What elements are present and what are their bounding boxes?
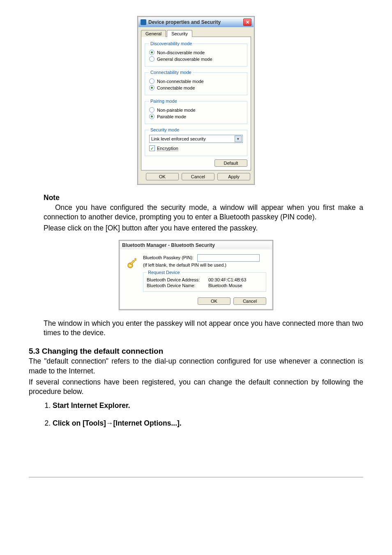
select-value: Link level enforced security <box>151 136 206 141</box>
svg-point-1 <box>129 265 131 266</box>
radio-icon <box>149 107 154 113</box>
ok-button[interactable]: OK <box>146 173 179 180</box>
tab-general[interactable]: General <box>141 30 166 37</box>
chevron-down-icon[interactable]: ▾ <box>235 136 242 142</box>
name-label: Bluetooth Device Name: <box>147 283 208 288</box>
opt-pairable[interactable]: Pairable mode <box>149 114 243 119</box>
default-button[interactable]: Default <box>214 159 247 167</box>
radio-icon <box>149 78 154 84</box>
encryption-label: Encryption <box>157 146 178 151</box>
section-5-3-p1: The "default connection" refers to the d… <box>29 357 363 375</box>
opt-label: Non-discoverable mode <box>157 50 205 55</box>
dialog-titlebar: Device properties and Security ✕ <box>138 17 254 27</box>
opt-label: General discoverable mode <box>157 57 212 62</box>
close-icon[interactable]: ✕ <box>243 18 251 26</box>
radio-icon <box>149 85 154 90</box>
passkey-row: Bluetooth Passkey (PIN): <box>143 254 266 262</box>
after-dialog2-text: The window in which you enter the passke… <box>29 319 363 338</box>
dialog-buttons: OK Cancel Apply <box>138 173 254 184</box>
section-5-3-heading: 5.3 Changing the default connection <box>29 347 363 356</box>
dialog2-body: Bluetooth Passkey (PIN): (If left blank,… <box>120 249 272 309</box>
connectability-fieldset: Connectability mode Non-connectable mode… <box>145 70 247 95</box>
opt-connectable[interactable]: Connectable mode <box>149 85 243 90</box>
opt-non-pairable[interactable]: Non-pairable mode <box>149 107 243 113</box>
radio-icon <box>149 114 154 119</box>
note-p1: Once you have configured the security mo… <box>29 203 363 222</box>
app-icon <box>141 19 146 25</box>
pairing-fieldset: Pairing mode Non-pairable mode Pairable … <box>145 99 247 124</box>
cancel-button[interactable]: Cancel <box>182 173 214 180</box>
opt-label: Non-pairable mode <box>157 108 196 113</box>
name-value: Bluetooth Mouse <box>208 283 242 288</box>
opt-label: Connectable mode <box>157 85 195 90</box>
opt-non-discoverable[interactable]: Non-discoverable mode <box>149 50 243 55</box>
discoverability-fieldset: Discoverability mode Non-discoverable mo… <box>145 41 247 67</box>
svg-rect-3 <box>135 258 136 260</box>
step-1: Start Internet Explorer. <box>53 401 363 410</box>
passkey-input[interactable] <box>197 254 260 262</box>
note-heading: Note <box>29 193 363 202</box>
ok-button[interactable]: OK <box>198 297 231 305</box>
opt-non-connectable[interactable]: Non-connectable mode <box>149 78 243 84</box>
opt-label: Pairable mode <box>157 114 186 119</box>
passkey-label: Bluetooth Passkey (PIN): <box>143 255 194 260</box>
steps-list: Start Internet Explorer. Click on [Tools… <box>44 401 363 428</box>
default-row: Default <box>145 159 247 167</box>
radio-icon <box>149 56 154 62</box>
encryption-checkbox-row[interactable]: ✓ Encryption <box>149 145 243 151</box>
discoverability-legend: Discoverability mode <box>149 41 193 46</box>
cancel-button[interactable]: Cancel <box>233 297 266 305</box>
step-2-text: Click on [Tools]→[Internet Options...]. <box>53 419 182 427</box>
checkbox-icon: ✓ <box>149 145 155 151</box>
connectability-legend: Connectability mode <box>149 70 193 75</box>
tab-panel-security: Discoverability mode Non-discoverable mo… <box>141 37 251 170</box>
footer-rule <box>29 477 363 477</box>
step-2: Click on [Tools]→[Internet Options...]. <box>53 419 363 428</box>
note-p2: Please click on the [OK] button after yo… <box>29 223 363 233</box>
device-properties-dialog: Device properties and Security ✕ General… <box>138 16 254 184</box>
key-icon <box>126 257 139 270</box>
security-mode-select[interactable]: Link level enforced security ▾ <box>149 135 243 143</box>
dialog2-title: Bluetooth Manager - Bluetooth Security <box>122 242 270 248</box>
passkey-hint: (If left blank, the default PIN will be … <box>143 263 266 267</box>
step-1-text: Start Internet Explorer. <box>53 401 130 410</box>
dialog2-titlebar: Bluetooth Manager - Bluetooth Security <box>120 241 272 249</box>
request-device-legend: Request Device <box>147 270 181 275</box>
section-5-3-p2: If several connections have been registe… <box>29 378 363 396</box>
opt-general-discoverable[interactable]: General discoverable mode <box>149 56 243 62</box>
dialog2-buttons: OK Cancel <box>126 297 266 305</box>
addr-value: 00:30:4F:C1:4B:63 <box>208 277 246 282</box>
addr-label: Bluetooth Device Address: <box>147 277 208 282</box>
security-mode-fieldset: Security mode Link level enforced securi… <box>145 127 247 156</box>
request-device-fieldset: Request Device Bluetooth Device Address:… <box>143 270 266 292</box>
apply-button[interactable]: Apply <box>217 173 250 180</box>
tabs-row: General Security <box>141 30 254 37</box>
opt-label: Non-connectable mode <box>157 79 204 84</box>
pairing-legend: Pairing mode <box>149 99 178 104</box>
dialog-title: Device properties and Security <box>148 19 243 25</box>
security-mode-legend: Security mode <box>149 127 180 132</box>
radio-icon <box>149 50 154 55</box>
bluetooth-security-dialog: Bluetooth Manager - Bluetooth Security B… <box>119 240 273 310</box>
tab-security[interactable]: Security <box>167 30 192 37</box>
